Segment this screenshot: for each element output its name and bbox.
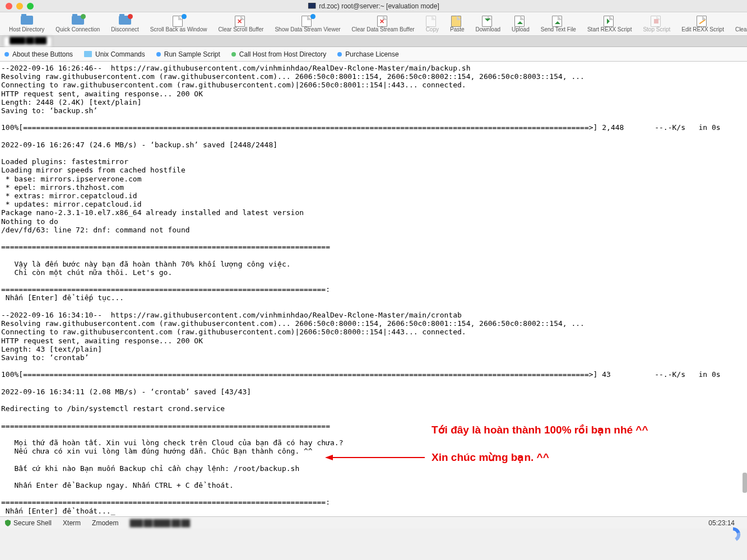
annotation-text-2: Xin chúc mừng bạn. ^^ [432,451,549,464]
folder-icon [84,51,92,57]
edit-rexx-button[interactable]: Edit REXX Script [676,12,730,35]
quick-bar: About these Buttons Unix Commands Run Sa… [0,47,747,62]
call-host-button[interactable]: Call Host from Host Directory [231,50,326,58]
bullet-icon [231,52,236,57]
status-xterm: Xterm [63,519,81,527]
zoom-window-button[interactable] [27,3,34,10]
terminal-output[interactable]: --2022-09-16 16:26:46-- https://raw.gith… [0,62,747,516]
run-sample-script-button[interactable]: Run Sample Script [156,50,220,58]
session-tab-strip: ████ ██ ███ [0,36,747,47]
download-button[interactable]: Download [470,12,506,35]
terminal-icon [308,2,315,10]
host-directory-button[interactable]: Host Directory [3,12,50,35]
recaptcha-badge-icon [723,525,743,544]
window-title: rd.zoc) root@server:~ [evaluation mode] [308,2,439,10]
quick-connection-button[interactable]: Quick Connection [50,12,105,35]
annotation-text-1: Tới đây là hoàn thành 100% rồi bạn nhé ^… [432,423,648,436]
purchase-license-button[interactable]: Purchase License [337,50,398,58]
stop-script-button: Stop Script [637,12,676,35]
svg-marker-3 [325,455,333,460]
bullet-icon [156,52,161,57]
bullet-icon [4,52,9,57]
upload-button[interactable]: Upload [506,12,535,35]
send-text-file-button[interactable]: Send Text File [535,12,582,35]
shield-icon [4,520,11,526]
main-toolbar: Host Directory Quick Connection Disconne… [0,12,747,36]
disconnect-button[interactable]: Disconnect [105,12,144,35]
bullet-icon [337,52,342,57]
title-bar: rd.zoc) root@server:~ [evaluation mode] [0,0,747,12]
unix-commands-button[interactable]: Unix Commands [84,50,145,58]
clear-scroll-buffer-button[interactable]: ✕Clear Scroll Buffer [212,12,269,35]
about-buttons-button[interactable]: About these Buttons [4,50,73,58]
annotation-arrow-icon [325,457,426,458]
window-controls [0,3,34,10]
session-tab[interactable]: ████ ██ ███ [3,36,52,46]
status-secure-shell: Secure Shell [4,519,52,527]
clear-reset-button[interactable]: Clear Screen/Reset Terminal [730,12,747,35]
copy-button: Copy [420,12,444,35]
show-data-stream-button[interactable]: Show Data Stream Viewer [269,12,346,35]
minimize-window-button[interactable] [16,3,23,10]
close-window-button[interactable] [6,3,12,10]
paste-button[interactable]: Paste [444,12,470,35]
clear-data-stream-button[interactable]: ✕Clear Data Stream Buffer [346,12,420,35]
status-zmodem: Zmodem [92,519,118,527]
scrollbar-thumb[interactable] [743,473,747,493]
scroll-back-window-button[interactable]: Scroll Back as Window [145,12,213,35]
start-rexx-button[interactable]: Start REXX Script [582,12,637,35]
status-host: ███ ██ ████ ██ ██ [129,519,189,527]
svg-rect-1 [308,3,315,8]
status-bar: Secure Shell Xterm Zmodem ███ ██ ████ ██… [0,516,747,529]
